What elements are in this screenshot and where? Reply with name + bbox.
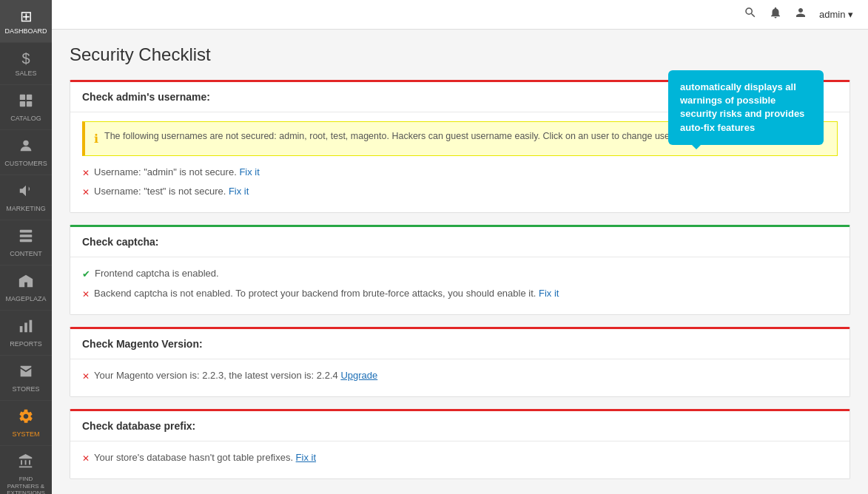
- sidebar-item-find-partners[interactable]: FIND PARTNERS & EXTENSIONS: [0, 446, 52, 494]
- x-icon: ✕: [82, 186, 90, 199]
- sales-icon: $: [21, 50, 30, 67]
- sidebar-item-label: CUSTOMERS: [4, 160, 47, 167]
- svg-rect-1: [27, 95, 32, 100]
- x-icon: ✕: [82, 288, 90, 301]
- sidebar-item-reports[interactable]: REPORTS: [0, 311, 52, 356]
- svg-rect-6: [20, 234, 33, 237]
- svg-rect-9: [24, 322, 27, 332]
- sidebar-item-system[interactable]: SYSTEM: [0, 401, 52, 446]
- check-item: ✕ Your Magento version is: 2.2.3, the la…: [82, 368, 838, 383]
- system-icon: [18, 408, 34, 428]
- section-check-database-prefix: Check database prefix: ✕ Your store's da…: [70, 409, 850, 479]
- catalog-icon: [18, 92, 34, 112]
- svg-rect-8: [20, 326, 23, 332]
- sidebar-item-label: MAGEPLAZA: [5, 295, 46, 302]
- section-check-magento-version: Check Magento Version: ✕ Your Magento ve…: [70, 327, 850, 397]
- sidebar-item-label: STORES: [13, 385, 40, 393]
- svg-rect-2: [20, 101, 25, 106]
- upgrade-link[interactable]: Upgrade: [340, 370, 377, 381]
- admin-label[interactable]: admin ▾: [819, 9, 853, 20]
- user-icon: [794, 6, 807, 23]
- stores-icon: [18, 363, 34, 383]
- top-bar-icons: admin ▾: [744, 6, 853, 23]
- svg-rect-0: [20, 95, 25, 100]
- sidebar-item-stores[interactable]: STORES: [0, 356, 52, 401]
- sidebar-item-label: DASHBOARD: [4, 27, 47, 35]
- sidebar-item-label: MARKETING: [6, 205, 46, 212]
- reports-icon: [18, 318, 34, 338]
- svg-rect-7: [20, 240, 33, 243]
- section-title-database-prefix: Check database prefix:: [82, 420, 195, 432]
- section-check-captcha: Check captcha: ✔ Frontend captcha is ena…: [70, 225, 850, 315]
- marketing-icon: [18, 183, 34, 203]
- mageplaza-icon: [18, 273, 34, 293]
- sidebar-item-label: CONTENT: [10, 250, 42, 257]
- sidebar-item-mageplaza[interactable]: MAGEPLAZA: [0, 265, 52, 311]
- check-item: ✕ Username: "test" is not secure. Fix it: [82, 184, 838, 199]
- fix-it-link-database[interactable]: Fix it: [296, 452, 316, 463]
- svg-rect-10: [30, 320, 33, 333]
- notification-icon[interactable]: [769, 6, 782, 23]
- dashboard-icon: ⊞: [20, 7, 33, 25]
- section-title-admin-username: Check admin's username:: [82, 91, 210, 103]
- find-partners-icon: [18, 453, 34, 473]
- customers-icon: [18, 138, 34, 158]
- page-title: Security Checklist: [70, 44, 850, 65]
- section-header-captcha: Check captcha:: [70, 227, 850, 257]
- section-body-captcha: ✔ Frontend captcha is enabled. ✕ Backend…: [70, 257, 850, 314]
- x-icon: ✕: [82, 370, 90, 383]
- sidebar-item-label: SYSTEM: [12, 430, 39, 438]
- section-header-magento-version: Check Magento Version:: [70, 329, 850, 359]
- sidebar-item-catalog[interactable]: CATALOG: [0, 85, 52, 130]
- svg-rect-5: [20, 230, 33, 233]
- search-icon[interactable]: [744, 6, 757, 23]
- section-title-magento-version: Check Magento Version:: [82, 338, 203, 350]
- fix-it-link-test[interactable]: Fix it: [229, 186, 249, 197]
- sidebar-item-label: CATALOG: [10, 115, 41, 122]
- check-item: ✕ Backend captcha is not enabled. To pro…: [82, 286, 838, 301]
- sidebar-item-marketing[interactable]: MARKETING: [0, 175, 52, 220]
- sidebar: ⊞ DASHBOARD $ SALES CATALOG CUSTOMERS MA…: [0, 0, 52, 494]
- section-body-database-prefix: ✕ Your store's database hasn't got table…: [70, 441, 850, 478]
- sidebar-item-sales[interactable]: $ SALES: [0, 43, 52, 85]
- content-icon: [18, 228, 34, 248]
- fix-it-link-admin[interactable]: Fix it: [239, 166, 259, 177]
- top-bar: admin ▾: [52, 0, 868, 30]
- sidebar-item-dashboard[interactable]: ⊞ DASHBOARD: [0, 0, 52, 43]
- svg-rect-3: [27, 101, 32, 106]
- sidebar-item-content[interactable]: CONTENT: [0, 220, 52, 265]
- check-item: ✕ Username: "admin" is not secure. Fix i…: [82, 165, 838, 180]
- warning-icon: ℹ: [94, 130, 98, 148]
- x-icon: ✕: [82, 452, 90, 465]
- section-title-captcha: Check captcha:: [82, 236, 158, 248]
- sidebar-item-label: FIND PARTNERS & EXTENSIONS: [3, 476, 49, 494]
- main-area: admin ▾ Security Checklist automatically…: [52, 0, 868, 494]
- sidebar-item-label: REPORTS: [10, 340, 41, 348]
- x-icon: ✕: [82, 166, 90, 180]
- check-item: ✔ Frontend captcha is enabled.: [82, 266, 838, 282]
- sidebar-item-label: SALES: [15, 70, 36, 77]
- tooltip-bubble: automatically displays all warnings of p…: [668, 70, 824, 145]
- check-item: ✕ Your store's database hasn't got table…: [82, 450, 838, 465]
- check-icon: ✔: [82, 267, 90, 282]
- section-header-database-prefix: Check database prefix:: [70, 411, 850, 441]
- page-content: Security Checklist automatically display…: [52, 30, 868, 494]
- fix-it-link-captcha[interactable]: Fix it: [539, 288, 559, 299]
- section-body-magento-version: ✕ Your Magento version is: 2.2.3, the la…: [70, 359, 850, 396]
- svg-point-4: [23, 141, 28, 146]
- sidebar-item-customers[interactable]: CUSTOMERS: [0, 130, 52, 175]
